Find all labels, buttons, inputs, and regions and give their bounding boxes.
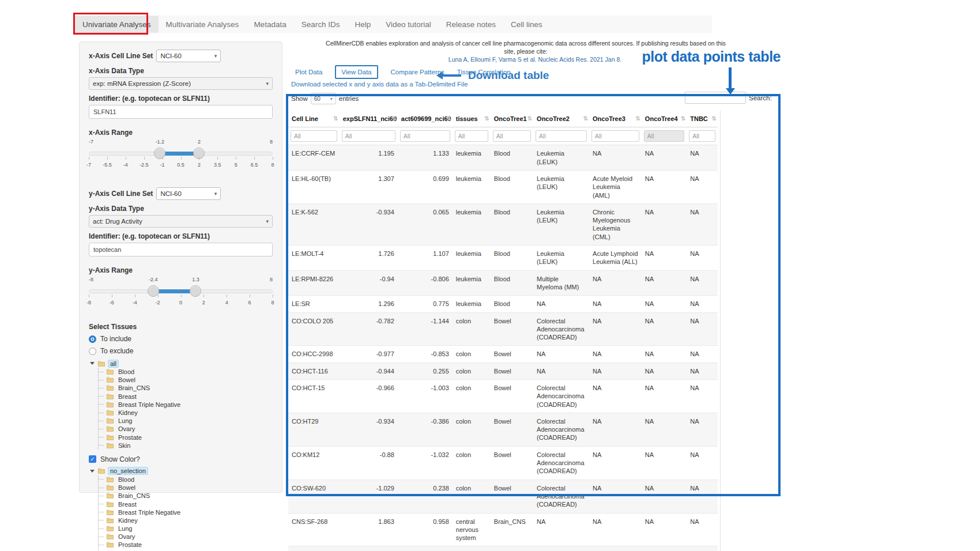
col-header-oncotree1[interactable]: OncoTree1⇅ [491,111,533,127]
y-cell-line-set-select[interactable]: NCI-60 ▾ [156,187,221,200]
tree-expand-icon[interactable] [90,470,95,473]
sort-icon[interactable]: ⇅ [446,115,451,122]
tree-item-breast-triple-negative[interactable]: Breast Triple Negative [99,508,273,516]
radio-to-include[interactable]: To include [89,335,273,343]
nav-item-search-ids[interactable]: Search IDs [294,16,348,33]
nav-item-cell-lines[interactable]: Cell lines [503,16,550,33]
tree-item-label[interactable]: Breast [116,393,138,400]
tree-item-kidney[interactable]: Kidney [99,516,273,524]
tree-item-bowel[interactable]: Bowel [99,376,273,384]
tree-item-prostate[interactable]: Prostate [99,433,273,441]
table-row[interactable]: CO:HCT-116-0.9440.255colonBowelNANANANA [288,363,718,379]
tree-item-bowel[interactable]: Bowel [99,484,273,492]
tree-item-skin[interactable]: Skin [99,441,273,450]
tree-item-brain_cns[interactable]: Brain_CNS [99,492,273,500]
tree-item-label[interactable]: Blood [116,368,136,375]
tree-item-label[interactable]: Blood [116,476,136,483]
tree-item-lung[interactable]: Lung [99,524,273,533]
tree-item-label[interactable]: Lung [116,417,134,424]
tree-item-breast[interactable]: Breast [99,393,273,401]
tree-item-label[interactable]: Brain_CNS [116,384,152,391]
sort-icon[interactable]: ⇅ [527,115,532,122]
sort-icon[interactable]: ⇅ [712,115,717,122]
table-row[interactable]: LE:MOLT-41.7261.107leukemiaBloodLeukemia… [288,246,718,271]
table-row[interactable]: CO:HCT-15-0.966-1.003colonBowelColorecta… [288,379,718,413]
tree-item-breast[interactable]: Breast [99,500,273,508]
table-row[interactable]: CO:HCC-2998-0.977-0.853colonBowelNANANAN… [288,346,718,363]
search-input[interactable] [685,92,746,104]
y-axis-range-slider[interactable]: -8-2.41.38-8-6-4-202468 [89,277,273,310]
table-row[interactable]: CO:KM12-0.88-1.032colonBowelColorectal A… [288,446,718,480]
column-filter-input[interactable]: All [291,130,337,142]
tree-item-label[interactable]: Skin [116,442,132,449]
tree-item-label[interactable]: Breast Triple Negative [116,509,182,516]
tree-item-lung[interactable]: Lung [99,417,273,425]
tree-item-label[interactable]: Breast [116,501,138,508]
sort-icon[interactable]: ⇅ [583,115,588,122]
column-filter-input[interactable]: All [689,130,715,142]
radio-to-exclude[interactable]: To exclude [89,347,273,355]
sort-icon[interactable]: ⇅ [391,115,396,122]
tree-item-blood[interactable]: Blood [99,368,273,376]
show-color-checkbox[interactable]: ✓ Show Color? [89,455,273,463]
tree-item-label[interactable]: Ovary [116,533,137,540]
x-data-type-select[interactable]: exp: mRNA Expression (Z-Score) ▾ [89,77,273,90]
slider-handle-high[interactable] [190,285,201,297]
sort-icon[interactable]: ⇅ [484,115,489,122]
column-filter-input[interactable]: All [591,130,639,142]
tree-item-skin[interactable]: Skin [99,549,273,551]
nav-item-help[interactable]: Help [347,16,378,33]
sort-icon[interactable]: ⇅ [635,115,640,122]
entries-select[interactable]: 60 ▾ [311,93,336,104]
sort-icon[interactable]: ⇅ [333,115,338,122]
download-tab-delimited-link[interactable]: Download selected x and y axis data as a… [291,81,468,88]
table-row[interactable]: LE:SR1.2960.775leukemiaBloodNANANANA [288,296,718,312]
tree-item-ovary[interactable]: Ovary [99,533,273,541]
tree-item-label[interactable]: Lung [116,525,134,532]
tree-item-breast-triple-negative[interactable]: Breast Triple Negative [99,401,273,409]
table-row[interactable]: CNS:SF-2951.280.726central nervous syste… [288,546,718,551]
table-row[interactable]: CO:SW-620-1.0290.238colonBowelColorectal… [288,480,718,513]
tree-item-label[interactable]: Breast Triple Negative [116,401,182,408]
col-header-expslfn11_nci60[interactable]: expSLFN11_nci60⇅ [340,111,398,127]
column-filter-input[interactable]: All [455,130,488,142]
y-identifier-input[interactable]: topotecan [89,243,273,256]
nav-item-univariate-analyses[interactable]: Univariate Analyses [75,16,159,33]
col-header-tnbc[interactable]: TNBC⇅ [687,111,718,127]
tree-item-label[interactable]: Kidney [116,409,140,416]
sort-icon[interactable]: ⇅ [681,115,685,122]
nav-item-release-notes[interactable]: Release notes [439,16,503,33]
x-axis-range-slider[interactable]: -7-1.228-7-5.5-4-2.5-10.523.556.58 [89,139,273,172]
table-row[interactable]: LE:RPMI-8226-0.94-0.806leukemiaBloodMult… [288,270,718,296]
table-row[interactable]: CNS:SF-2681.8630.958central nervous syst… [288,513,718,546]
y-data-type-select[interactable]: act: Drug Activity ▾ [89,215,273,228]
tree-root-all[interactable]: all [90,359,273,368]
tree-root-label[interactable]: all [108,360,119,368]
col-header-tissues[interactable]: tissues⇅ [453,111,491,127]
tree-item-label[interactable]: Brain_CNS [116,492,152,499]
column-filter-input[interactable]: All [536,130,587,142]
col-header-act609699_nci60[interactable]: act609699_nci60⇅ [398,111,453,127]
tree-item-label[interactable]: Kidney [116,517,140,524]
x-cell-line-set-select[interactable]: NCI-60 ▾ [156,50,221,62]
col-header-oncotree2[interactable]: OncoTree2⇅ [533,111,589,127]
tree-item-prostate[interactable]: Prostate [99,541,273,549]
tab-view-data[interactable]: View Data [335,65,378,79]
tree-item-kidney[interactable]: Kidney [99,409,273,417]
tree-item-label[interactable]: Prostate [116,434,144,441]
nav-item-video-tutorial[interactable]: Video tutorial [378,16,439,33]
tab-plot-data[interactable]: Plot Data [295,69,322,76]
table-row[interactable]: CO:COLO 205-0.782-1.144colonBowelColorec… [288,312,718,346]
tree-item-ovary[interactable]: Ovary [99,425,273,433]
tree-item-brain_cns[interactable]: Brain_CNS [99,384,273,392]
tree-root-no_selection[interactable]: no_selection [90,467,273,475]
tree-root-label[interactable]: no_selection [108,467,148,475]
tree-item-label[interactable]: Prostate [116,541,144,548]
nav-item-multivariate-analyses[interactable]: Multivariate Analyses [159,16,247,33]
tree-item-blood[interactable]: Blood [99,475,273,484]
column-filter-input[interactable]: All [342,130,395,142]
x-identifier-input[interactable]: SLFN11 [89,105,273,119]
column-filter-input[interactable]: All [644,130,684,142]
column-filter-input[interactable]: All [493,130,531,142]
slider-handle-low[interactable] [154,148,165,159]
